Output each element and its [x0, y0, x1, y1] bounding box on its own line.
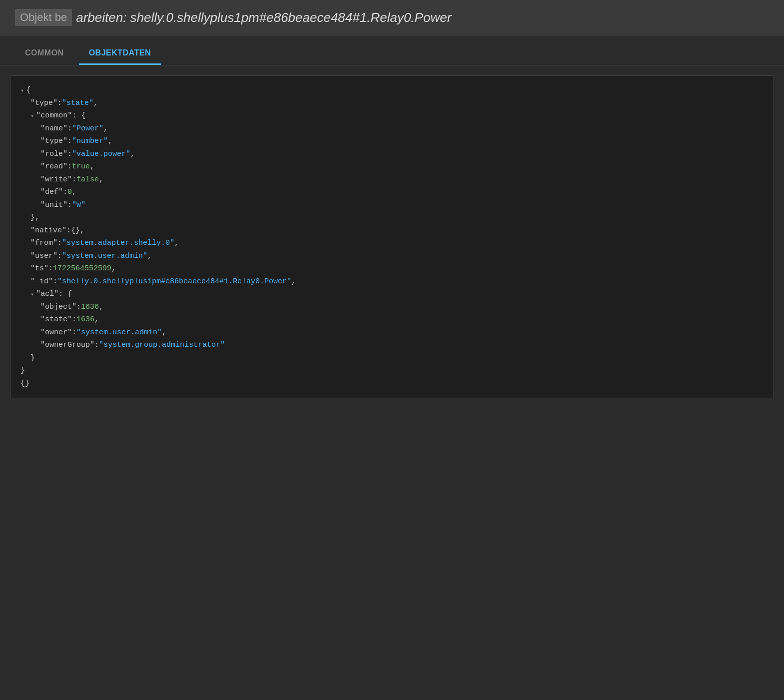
json-ownergroup-line: "ownerGroup" : "system.group.administrat… [40, 339, 764, 352]
toggle-acl[interactable]: ▾ [30, 290, 34, 300]
json-ts-line: "ts" : 1722564552599 , [30, 262, 764, 275]
json-write-line: "write" : false , [40, 173, 764, 186]
header-title: arbeiten: shelly.0.shellyplus1pm#e86beae… [76, 10, 451, 25]
json-common-line: ▾ "common" : { [30, 109, 764, 122]
json-acl-close: } [30, 352, 764, 365]
root-open: ▾ { [20, 84, 764, 97]
json-name-line: "name" : "Power" , [40, 122, 764, 135]
json-object-line: "object" : 1636 , [40, 301, 764, 314]
json-viewer: ▾ { "type" : "state" , ▾ "common" : { "n… [10, 75, 774, 398]
json-role-line: "role" : "value.power" , [40, 148, 764, 161]
header: Objekt be arbeiten: shelly.0.shellyplus1… [0, 0, 784, 35]
json-from-line: "from" : "system.adapter.shelly.0" , [30, 237, 764, 250]
json-unit-line: "unit" : "W" [40, 199, 764, 212]
tabs-bar: COMMON OBJEKTDATEN [0, 35, 784, 65]
json-owner-line: "owner" : "system.user.admin" , [40, 326, 764, 339]
tab-common[interactable]: COMMON [15, 42, 74, 65]
json-native-line: "native" : {} , [30, 224, 764, 237]
toggle-common[interactable]: ▾ [30, 111, 34, 121]
json-type2-line: "type" : "number" , [40, 135, 764, 148]
root-close: } [20, 364, 764, 377]
json-id-line: "_id" : "shelly.0.shellyplus1pm#e86beaec… [30, 275, 764, 288]
json-type-line: "type" : "state" , [30, 97, 764, 110]
json-state-line: "state" : 1636 , [40, 313, 764, 326]
json-acl-line: ▾ "acl" : { [30, 288, 764, 301]
tab-objektdaten[interactable]: OBJEKTDATEN [79, 42, 161, 65]
bottom-bracket: {} [20, 377, 764, 390]
toggle-root[interactable]: ▾ [20, 86, 24, 96]
header-prefix: Objekt be [15, 9, 72, 26]
json-common-close: }, [30, 211, 764, 224]
json-def-line: "def" : 0 , [40, 186, 764, 199]
json-read-line: "read" : true , [40, 160, 764, 173]
json-user-line: "user" : "system.user.admin" , [30, 250, 764, 263]
